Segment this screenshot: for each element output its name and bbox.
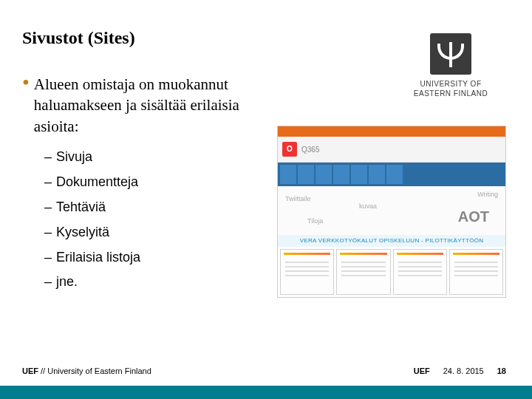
sub-list: –Sivuja –Dokumentteja –Tehtäviä –Kyselyi… — [22, 147, 251, 293]
screenshot-banner: VERA VERKKOTYÖKALUT OPISKELUUN - PILOTTI… — [278, 235, 505, 247]
footer-brand: UEF — [22, 366, 38, 375]
uef-logo-icon — [430, 33, 471, 75]
list-item-label: Sivuja — [56, 147, 92, 168]
page-title: Sivustot (Sites) — [22, 28, 135, 48]
app-tile-icon — [333, 165, 349, 184]
bullet-dot-icon: • — [22, 74, 30, 137]
office-icon: O — [282, 142, 297, 157]
uef-logo: UNIVERSITY OF EASTERN FINLAND — [395, 33, 506, 98]
list-item: –Tehtäviä — [44, 197, 251, 218]
list-item: –Sivuja — [44, 147, 251, 168]
grid-cell — [336, 249, 390, 295]
app-tile-icon — [298, 165, 314, 184]
content-area: • Alueen omistaja on muokannut haluamaks… — [22, 74, 251, 297]
app-tile-icon — [316, 165, 332, 184]
screenshot-grid — [278, 247, 505, 297]
wc-word: Writing — [477, 191, 498, 198]
footer-right: UEF 24. 8. 2015 18 — [414, 366, 506, 375]
screenshot-header: O Q365 — [278, 137, 505, 163]
list-item: –Dokumentteja — [44, 172, 251, 193]
logo-line2: EASTERN FINLAND — [414, 89, 488, 98]
main-bullet: • Alueen omistaja on muokannut haluamaks… — [22, 74, 251, 137]
grid-cell — [393, 249, 447, 295]
app-tile-icon — [386, 165, 403, 184]
grid-cell — [449, 249, 503, 295]
list-item-label: jne. — [56, 272, 78, 293]
list-item-label: Tehtäviä — [56, 197, 106, 218]
list-item-label: Erilaisia listoja — [56, 248, 140, 268]
screenshot-wordcloud: Twiittaile Writing Tiloja kuvaa AOT — [278, 186, 505, 235]
app-tile-icon — [351, 165, 367, 184]
app-tile-icon — [280, 165, 296, 184]
office-label: Q365 — [301, 146, 319, 154]
slide: Sivustot (Sites) UNIVERSITY OF EASTERN F… — [0, 0, 532, 399]
screenshot-topbar — [278, 126, 505, 137]
list-item-label: Dokumentteja — [56, 172, 138, 193]
footer-page: 18 — [497, 366, 506, 375]
main-bullet-text: Alueen omistaja on muokannut haluamaksee… — [34, 74, 251, 137]
screenshot-tile-row — [278, 163, 505, 186]
list-item: –jne. — [44, 272, 251, 293]
wc-word: kuvaa — [359, 202, 377, 210]
aot-label: AOT — [458, 208, 489, 225]
bottom-accent-bar — [0, 386, 532, 399]
app-tile-icon — [369, 165, 385, 184]
footer-institution: // University of Eastern Finland — [41, 366, 151, 375]
footer-brand-right: UEF — [414, 366, 430, 375]
sharepoint-screenshot: O Q365 Twiittaile Writing Tiloja kuvaa A… — [277, 126, 506, 298]
grid-cell — [280, 249, 334, 295]
footer-left: UEF // University of Eastern Finland — [22, 366, 151, 375]
logo-line1: UNIVERSITY OF — [420, 80, 482, 88]
footer-date: 24. 8. 2015 — [443, 366, 484, 375]
list-item: –Erilaisia listoja — [44, 248, 251, 268]
wc-word: Tiloja — [307, 217, 323, 225]
wc-word: Twiittaile — [285, 195, 311, 202]
list-item-label: Kyselyitä — [56, 222, 109, 243]
list-item: –Kyselyitä — [44, 222, 251, 243]
uef-logo-text: UNIVERSITY OF EASTERN FINLAND — [395, 79, 506, 98]
